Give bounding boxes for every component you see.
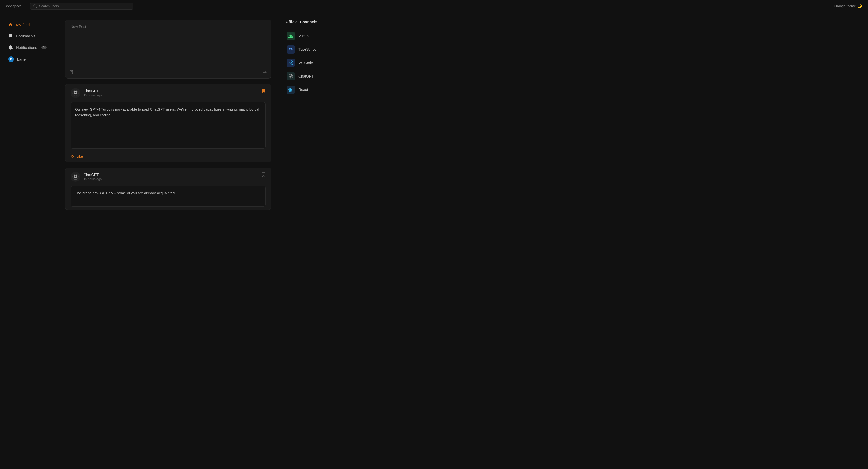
bookmark-icon [8, 34, 13, 38]
sidebar-item-bookmarks[interactable]: Bookmarks [2, 31, 55, 41]
post-author-1: ChatGPT 15 hours ago [71, 88, 102, 98]
svg-point-15 [290, 89, 291, 90]
post-author-name-1: ChatGPT [84, 89, 102, 93]
submit-post-button[interactable] [262, 70, 267, 75]
like-button-1[interactable]: Like [71, 154, 83, 158]
svg-point-11 [290, 76, 291, 76]
layout: My feed Bookmarks Notifications 3 B bane [0, 12, 868, 469]
post-avatar-2 [71, 172, 81, 182]
app-logo: dev-space [6, 4, 22, 8]
channel-name-typescript: TypeScript [299, 47, 315, 52]
channel-vuejs[interactable]: VueJS [285, 29, 345, 43]
vscode-icon [286, 59, 295, 67]
react-icon [286, 86, 295, 94]
channel-name-react: React [299, 88, 308, 92]
post-author-2: ChatGPT 15 hours ago [71, 172, 102, 182]
sidebar-label-notifications: Notifications [16, 45, 37, 50]
topnav-right: Change theme 🌙 [834, 4, 862, 8]
sidebar-item-my-feed[interactable]: My feed [2, 19, 55, 30]
sidebar-item-notifications[interactable]: Notifications 3 [2, 42, 55, 53]
new-post-footer [65, 67, 271, 79]
post-header-2: ChatGPT 15 hours ago [65, 168, 271, 184]
sidebar-label-bane: bane [17, 57, 26, 62]
post-author-info-2: ChatGPT 15 hours ago [84, 173, 102, 181]
attach-file-button[interactable] [69, 70, 74, 76]
channel-chatgpt[interactable]: ChatGPT [285, 69, 345, 83]
main-feed: ChatGPT 15 hours ago Our new GPT-4 Turbo… [57, 12, 279, 469]
channel-react[interactable]: React [285, 83, 345, 96]
sidebar-item-bane[interactable]: B bane [2, 53, 55, 65]
new-post-textarea[interactable] [65, 20, 271, 66]
post-avatar-1 [71, 88, 81, 98]
feed-post-1: ChatGPT 15 hours ago Our new GPT-4 Turbo… [65, 84, 271, 162]
search-input[interactable] [39, 4, 130, 8]
bookmark-button-1[interactable] [261, 88, 266, 95]
right-sidebar: Official Channels VueJS TS TypeScript VS… [279, 12, 352, 469]
search-icon [33, 4, 37, 8]
search-bar [30, 3, 133, 9]
post-content-2: The brand new GPT-4o -- some of you are … [71, 186, 266, 207]
new-post-box [65, 20, 271, 79]
topnav: dev-space Change theme 🌙 [0, 0, 868, 12]
change-theme-button[interactable]: Change theme 🌙 [834, 4, 862, 8]
feed-post-2: ChatGPT 15 hours ago The brand new GPT-4… [65, 167, 271, 210]
notifications-badge: 3 [41, 45, 46, 49]
bookmark-button-2[interactable] [261, 172, 266, 178]
post-timestamp-2: 15 hours ago [84, 177, 102, 181]
moon-icon: 🌙 [858, 4, 862, 8]
sidebar-label-my-feed: My feed [16, 23, 30, 27]
channel-vscode[interactable]: VS Code [285, 56, 345, 69]
post-actions-1: Like [65, 152, 271, 162]
channel-name-vuejs: VueJS [299, 34, 309, 38]
post-timestamp-1: 15 hours ago [84, 94, 102, 97]
channel-name-vscode: VS Code [299, 61, 313, 65]
post-author-name-2: ChatGPT [84, 173, 102, 177]
svg-line-1 [36, 7, 37, 8]
sidebar: My feed Bookmarks Notifications 3 B bane [0, 12, 57, 469]
chatgpt-icon [286, 72, 295, 81]
sidebar-label-bookmarks: Bookmarks [16, 34, 35, 38]
post-author-info-1: ChatGPT 15 hours ago [84, 89, 102, 97]
channel-typescript[interactable]: TS TypeScript [285, 43, 345, 56]
typescript-icon: TS [286, 45, 295, 54]
official-channels-title: Official Channels [285, 20, 345, 24]
home-icon [8, 22, 13, 27]
channel-name-chatgpt: ChatGPT [299, 74, 313, 79]
post-content-1: Our new GPT-4 Turbo is now available to … [71, 102, 266, 149]
vuejs-icon [286, 32, 295, 40]
user-avatar: B [8, 56, 14, 62]
post-header-1: ChatGPT 15 hours ago [65, 84, 271, 100]
bell-icon [8, 45, 13, 50]
